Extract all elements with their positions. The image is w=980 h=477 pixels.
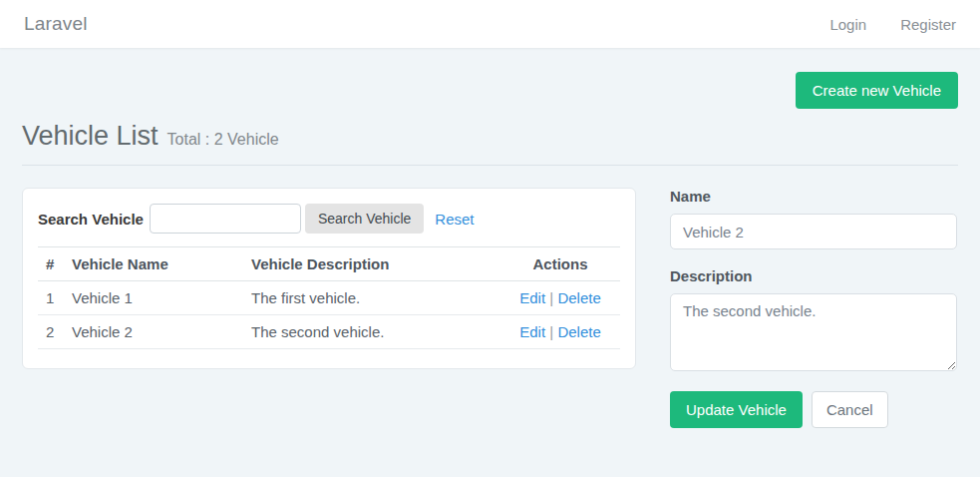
row-description: The second vehicle. xyxy=(243,315,500,349)
search-row: Search Vehicle Search Vehicle Reset xyxy=(38,204,620,234)
heading-row: Vehicle List Total : 2 Vehicle xyxy=(22,121,958,152)
description-group: Description The second vehicle. xyxy=(670,267,957,375)
search-input[interactable] xyxy=(150,204,301,234)
main-columns: Search Vehicle Search Vehicle Reset # Ve… xyxy=(22,188,958,428)
cancel-button[interactable]: Cancel xyxy=(812,391,888,428)
page-content: Create new Vehicle Vehicle List Total : … xyxy=(0,72,980,428)
description-label: Description xyxy=(670,267,957,284)
header-actions: Actions xyxy=(500,247,620,281)
reset-link[interactable]: Reset xyxy=(435,211,474,228)
header-name: Vehicle Name xyxy=(64,247,243,281)
row-num: 2 xyxy=(38,315,64,349)
table-row: 1 Vehicle 1 The first vehicle. Edit | De… xyxy=(38,281,620,315)
edit-link[interactable]: Edit xyxy=(519,289,545,306)
row-actions: Edit | Delete xyxy=(500,315,620,349)
table-row: 2 Vehicle 2 The second vehicle. Edit | D… xyxy=(38,315,620,349)
header-description: Vehicle Description xyxy=(243,247,500,281)
delete-link[interactable]: Delete xyxy=(557,289,600,306)
navbar-links: Login Register xyxy=(829,16,956,33)
vehicle-list-card: Search Vehicle Search Vehicle Reset # Ve… xyxy=(22,188,636,369)
form-buttons-row: Update Vehicle Cancel xyxy=(670,391,957,428)
vehicle-edit-form: Name Description The second vehicle. Upd… xyxy=(670,188,957,428)
brand-link[interactable]: Laravel xyxy=(24,13,88,35)
create-vehicle-button[interactable]: Create new Vehicle xyxy=(796,72,958,109)
action-separator: | xyxy=(549,323,553,340)
page-title: Vehicle List xyxy=(22,121,159,152)
edit-link[interactable]: Edit xyxy=(519,323,545,340)
row-description: The first vehicle. xyxy=(243,281,500,315)
delete-link[interactable]: Delete xyxy=(557,323,600,340)
row-actions: Edit | Delete xyxy=(500,281,620,315)
vehicle-table: # Vehicle Name Vehicle Description Actio… xyxy=(38,246,620,349)
table-header-row: # Vehicle Name Vehicle Description Actio… xyxy=(38,247,620,281)
login-link[interactable]: Login xyxy=(829,16,866,33)
navbar: Laravel Login Register xyxy=(0,0,980,48)
heading-divider xyxy=(22,165,958,166)
search-label: Search Vehicle xyxy=(38,211,144,228)
row-name: Vehicle 1 xyxy=(64,281,243,315)
row-num: 1 xyxy=(38,281,64,315)
total-count-label: Total : 2 Vehicle xyxy=(167,131,279,149)
register-link[interactable]: Register xyxy=(900,16,956,33)
action-separator: | xyxy=(549,289,553,306)
create-button-row: Create new Vehicle xyxy=(22,72,958,109)
header-num: # xyxy=(38,247,64,281)
update-vehicle-button[interactable]: Update Vehicle xyxy=(670,391,803,428)
name-label: Name xyxy=(670,188,957,205)
name-field[interactable] xyxy=(670,214,957,249)
row-name: Vehicle 2 xyxy=(64,315,243,349)
search-button[interactable]: Search Vehicle xyxy=(305,204,424,234)
description-field[interactable]: The second vehicle. xyxy=(670,293,957,371)
